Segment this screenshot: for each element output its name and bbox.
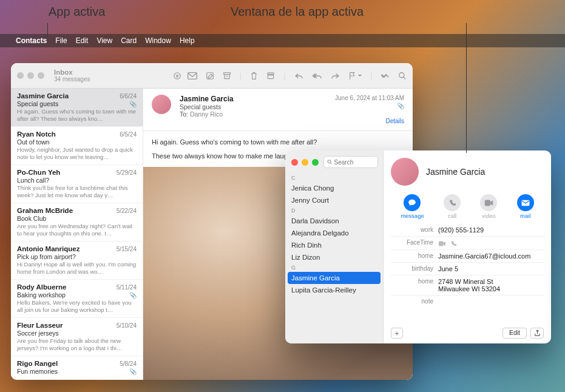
mail-list-item[interactable]: Rigo Rangel5/8/24 Fun memories📎 (11, 356, 143, 380)
mail-window-title: Inbox 34 messages (54, 69, 90, 83)
reply-icon[interactable] (294, 72, 303, 79)
mail-button[interactable]: mail (517, 194, 534, 219)
forward-icon[interactable] (331, 72, 340, 79)
message-button[interactable]: message (401, 194, 424, 219)
contacts-traffic-lights[interactable] (291, 159, 319, 166)
field-value-phone[interactable]: (920) 555-1129 (438, 226, 544, 234)
mail-inbox-label: Inbox (54, 69, 90, 76)
menu-bar: Contacts File Edit View Card Window Help (0, 34, 565, 47)
field-label-work: work (391, 226, 433, 234)
menu-view[interactable]: View (96, 36, 112, 45)
contact-row[interactable]: Liz Dizon (285, 251, 383, 263)
field-label-facetime: FaceTime (391, 239, 433, 247)
msg-timestamp: June 6, 2024 at 11:03 AM (335, 95, 404, 101)
share-button[interactable] (530, 328, 544, 339)
trash-icon[interactable] (250, 72, 258, 80)
mail-message-list[interactable]: Jasmine Garcia6/6/24 Special guests📎 Hi … (11, 89, 143, 380)
mail-list-item[interactable]: Antonio Manriquez5/15/24 Pick up from ai… (11, 242, 143, 280)
menu-window[interactable]: Window (145, 36, 171, 45)
attachment-icon: 📎 (397, 103, 404, 109)
call-button[interactable]: call (444, 194, 461, 219)
contact-row[interactable]: Rich Dinh (285, 239, 383, 251)
field-value-note[interactable] (438, 298, 544, 305)
contact-row[interactable]: Darla Davidson (285, 215, 383, 227)
attachment-icon: 📎 (129, 101, 137, 107)
contact-action-row: message call video mail (391, 194, 544, 219)
callout-active-window: Ventana de la app activa (231, 5, 364, 19)
menu-card[interactable]: Card (121, 36, 137, 45)
callout-active-app: App activa (49, 5, 105, 19)
mail-list-item[interactable]: Po-Chun Yeh5/29/24 Lunch call? Think you… (11, 165, 143, 203)
field-value-address[interactable]: 2748 W Mineral St Milwaukee WI 53204 (438, 278, 544, 292)
menu-file[interactable]: File (55, 36, 67, 45)
mail-list-item[interactable]: Jasmine Garcia6/6/24 Special guests📎 Hi … (11, 89, 143, 127)
add-button[interactable]: ＋ (391, 328, 403, 339)
menu-edit[interactable]: Edit (76, 36, 89, 45)
search-icon[interactable] (398, 72, 407, 80)
more-icon[interactable] (381, 73, 390, 78)
mail-traffic-lights[interactable] (17, 72, 44, 79)
section-header: C (285, 174, 383, 182)
field-label-email: home (391, 252, 433, 260)
attachment-icon: 📎 (129, 368, 137, 375)
mail-list-item[interactable]: Ryan Notch6/5/24 Out of town Howdy, neig… (11, 127, 143, 165)
mail-list-item[interactable]: Rody Albuerne5/11/24 Baking workshop📎 He… (11, 280, 143, 318)
fullscreen-icon[interactable] (312, 159, 319, 166)
svg-rect-7 (485, 200, 490, 206)
junk-icon[interactable] (266, 72, 275, 80)
minimize-icon[interactable] (27, 72, 34, 79)
field-label-address: home (391, 278, 433, 292)
svg-rect-4 (268, 74, 274, 79)
contact-list[interactable]: C Jenica Chong Jenny Court D Darla David… (285, 174, 383, 343)
contact-row[interactable]: Lupita Garcia-Reilley (285, 284, 383, 296)
msg-recipient: Danny Rico (190, 110, 223, 118)
contact-row[interactable]: Alejandra Delgado (285, 227, 383, 239)
flag-icon[interactable] (348, 72, 362, 80)
contacts-search[interactable] (323, 156, 378, 168)
svg-rect-3 (224, 72, 231, 74)
contact-row[interactable]: Jenny Court (285, 194, 383, 206)
contact-row[interactable]: Jenica Chong (285, 182, 383, 194)
mail-list-item[interactable]: Graham McBride5/22/24 Book Club Are you … (11, 203, 143, 242)
details-button[interactable]: Details (335, 118, 404, 124)
contact-row-selected[interactable]: Jasmine Garcia (288, 272, 381, 284)
section-header: D (285, 206, 383, 215)
menu-help[interactable]: Help (180, 36, 195, 45)
section-header: G (285, 263, 383, 272)
menu-app-name[interactable]: Contacts (16, 36, 47, 45)
contact-card-footer: ＋ Edit (391, 324, 544, 339)
field-label-birthday: birthday (391, 265, 433, 272)
svg-rect-1 (188, 72, 197, 79)
callout-line-2 (466, 23, 467, 153)
msg-subject: Special guests (180, 103, 329, 110)
contacts-titlebar (285, 150, 383, 174)
search-icon (327, 159, 333, 165)
edit-button[interactable]: Edit (502, 328, 527, 339)
close-icon[interactable] (17, 72, 24, 79)
mail-toolbar-actions: | | | (188, 71, 407, 80)
reply-all-icon[interactable] (312, 72, 322, 79)
contacts-sidebar: C Jenica Chong Jenny Court D Darla David… (285, 150, 384, 343)
archive-icon[interactable] (223, 72, 231, 80)
facetime-buttons[interactable] (438, 239, 544, 247)
contact-fields: work(920) 555-1129 FaceTime homeJasmine.… (391, 224, 544, 324)
fullscreen-icon[interactable] (38, 72, 44, 79)
close-icon[interactable] (291, 159, 298, 166)
mail-list-item[interactable]: Fleur Lasseur5/10/24 Soccer jerseys Are … (11, 318, 143, 356)
contact-name: Jasmine Garcia (426, 167, 485, 177)
mail-toolbar: Inbox 34 messages | | | (11, 63, 413, 89)
field-value-email[interactable]: Jasmine.Garcia67@icloud.com (438, 252, 544, 260)
envelope-icon[interactable] (188, 72, 197, 79)
contact-avatar[interactable] (391, 158, 419, 186)
svg-point-6 (328, 160, 331, 163)
field-value-birthday: June 5 (438, 265, 544, 272)
filter-icon[interactable] (173, 72, 181, 80)
svg-rect-9 (439, 241, 444, 246)
sender-avatar[interactable] (152, 95, 171, 114)
video-button[interactable]: video (480, 194, 497, 219)
minimize-icon[interactable] (302, 159, 308, 166)
search-input[interactable] (334, 159, 374, 166)
help-callouts: App activa Ventana de la app activa (0, 0, 565, 34)
svg-point-5 (399, 72, 404, 77)
compose-icon[interactable] (206, 72, 214, 80)
